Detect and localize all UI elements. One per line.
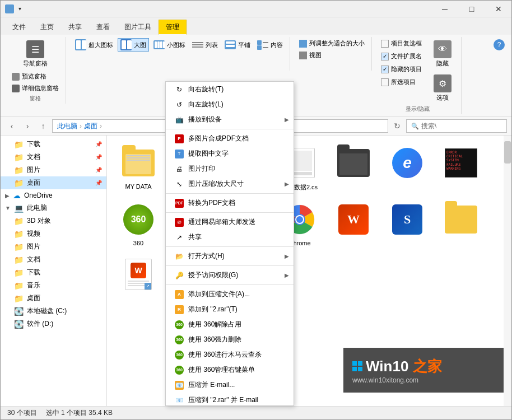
hidden-checkbox-btn[interactable]: ✓ 隐藏的项目 xyxy=(379,64,424,74)
sidebar-item-ddrive[interactable]: 💽 软件 (D:) xyxy=(1,318,106,330)
scroll-thumb[interactable] xyxy=(504,141,511,164)
menu-item-email-163[interactable]: @ 通过网易邮箱大师发送 xyxy=(166,214,294,230)
menu-item-360delete[interactable]: 360 使用 360强力删除 xyxy=(166,332,294,347)
path-sep1: › xyxy=(80,122,82,130)
item-checkbox-btn[interactable]: 项目复选框 xyxy=(379,38,424,49)
menu-item-zipermail[interactable]: 📧 压缩并 E-mail... xyxy=(166,377,294,393)
sidebar-item-desktop[interactable]: 📁 桌面 📌 xyxy=(1,176,106,189)
layout-btns: 超大图标 大图 小图标 xyxy=(73,38,285,52)
file-item-360[interactable]: 360 360 xyxy=(114,199,163,249)
preview-pane-btn[interactable]: 预览窗格 xyxy=(10,71,61,82)
forward-button[interactable]: › xyxy=(21,119,34,133)
tab-home[interactable]: 主页 xyxy=(33,20,61,35)
menu-item-rotate-right[interactable]: ↻ 向右旋转(T) xyxy=(166,82,294,97)
title-bar-icons: ▾ xyxy=(5,4,21,13)
file-item-ie[interactable]: e xyxy=(383,142,432,194)
access-icon: 🔑 xyxy=(175,271,184,280)
layout-list[interactable]: 列表 xyxy=(190,38,220,52)
openwith-submenu-arrow: ▶ xyxy=(285,253,289,259)
refresh-button[interactable]: ↻ xyxy=(390,119,404,133)
menu-item-360menu[interactable]: 360 使用 360管理右键菜单 xyxy=(166,362,294,377)
sidebar-item-download[interactable]: 📁 下载 📌 xyxy=(1,138,106,151)
options-btn[interactable]: ⚙ 选项 xyxy=(429,72,457,104)
file-item-terminal[interactable]: ERRORCRITICALSYSTEMFAILUREWARNING xyxy=(436,142,486,194)
menu-item-360unlock[interactable]: 360 使用 360解除占用 xyxy=(166,317,294,332)
menu-item-topdf[interactable]: PDF 转换为PDF文档 xyxy=(166,195,294,211)
menu-item-addzip[interactable]: A 添加到压缩文件(A)... xyxy=(166,287,294,302)
tab-share[interactable]: 共享 xyxy=(61,20,89,35)
close-button[interactable]: ✕ xyxy=(486,1,511,17)
file-item-wpsdoc[interactable]: W ↗ xyxy=(114,254,163,297)
sidebar-item-3d[interactable]: 📁 3D 对象 xyxy=(1,214,106,227)
sidebar-item-thispc[interactable]: ▼ 💻 此电脑 xyxy=(1,202,106,214)
sidebar-item-desktop2[interactable]: 📁 桌面 xyxy=(1,292,106,305)
menu-item-cast[interactable]: 📺 播放到设备 ▶ xyxy=(166,112,294,127)
col-fit-btn[interactable]: 列调整为适合的大小 xyxy=(297,38,367,49)
menu-item-ocr[interactable]: T 提取图中文字 xyxy=(166,146,294,161)
selected-checkbox-btn[interactable]: 所选项目 xyxy=(379,77,424,87)
tab-manage[interactable]: 管理 xyxy=(159,20,187,35)
menu-item-360scan[interactable]: 360 使用 360进行木马云查杀 xyxy=(166,347,294,362)
layout-small[interactable]: 小图标 xyxy=(151,38,188,52)
sidebar-item-pics[interactable]: 📁 图片 📌 xyxy=(1,164,106,176)
file-item-wpss[interactable]: S xyxy=(383,199,432,249)
sidebar-item-videos[interactable]: 📁 视频 xyxy=(1,227,106,240)
menu-item-rotate-left[interactable]: ↺ 向左旋转(L) xyxy=(166,97,294,112)
showhide-left: 项目复选框 ✓ 文件扩展名 ✓ 隐藏的项目 所选项目 xyxy=(379,38,457,104)
detail-pane-btn[interactable]: 详细信息窗格 xyxy=(10,83,61,94)
path-computer[interactable]: 此电脑 xyxy=(57,122,77,131)
sidebar-item-music[interactable]: 📁 音乐 xyxy=(1,279,106,292)
path-desktop[interactable]: 桌面 xyxy=(84,122,97,131)
maximize-button[interactable]: □ xyxy=(459,1,485,17)
layout-large[interactable]: 大图 xyxy=(118,38,149,52)
menu-item-openwith[interactable]: 📂 打开方式(H) ▶ xyxy=(166,249,294,264)
search-input[interactable] xyxy=(421,122,500,130)
help-btn[interactable]: ? xyxy=(494,39,505,50)
sidebar-item-pics2[interactable]: 📁 图片 xyxy=(1,240,106,253)
file-item-folder-b1[interactable] xyxy=(436,199,486,249)
file-item-mydata[interactable]: MY DATA xyxy=(114,142,163,194)
docs2-folder-icon: 📁 xyxy=(14,255,24,264)
layout-tile[interactable]: 平铺 xyxy=(222,38,253,52)
ribbon-group-currentview: 列调整为适合的大小 视图 xyxy=(292,37,372,71)
sidebar-item-docs2[interactable]: 📁 文档 xyxy=(1,253,106,266)
hide-btn[interactable]: 👁 隐藏 xyxy=(429,38,457,70)
layout-content[interactable]: 内容 xyxy=(255,38,285,52)
up-button[interactable]: ↑ xyxy=(36,119,50,133)
pin-icon3: 📌 xyxy=(95,167,102,173)
menu-item-addrar[interactable]: R 添加到 "2.rar"(T) xyxy=(166,302,294,317)
sidebar-item-cdrive[interactable]: 💽 本地磁盘 (C:) xyxy=(1,305,106,318)
ocr-icon: T xyxy=(175,150,184,158)
tab-view[interactable]: 查看 xyxy=(89,20,117,35)
ext-checkbox-btn[interactable]: ✓ 文件扩展名 xyxy=(379,51,424,62)
menu-item-print[interactable]: 🖨 图片打印 xyxy=(166,161,294,176)
nav-pane-btn[interactable]: ☰ 导航窗格 xyxy=(18,38,52,70)
icon360-shape: 360 xyxy=(123,204,153,235)
search-box[interactable]: 🔍 xyxy=(406,119,507,133)
file-item-wps[interactable]: W xyxy=(329,199,378,249)
back-button[interactable]: ‹ xyxy=(5,119,18,133)
3d-folder-icon: 📁 xyxy=(14,217,24,226)
menu-item-ziprarmail[interactable]: 📧 压缩到 "2.rar" 并 E-mail xyxy=(166,393,294,406)
group-btn[interactable]: 视图 xyxy=(297,50,367,60)
layout-superlarge[interactable]: 超大图标 xyxy=(73,38,115,52)
minimize-button[interactable]: ─ xyxy=(432,1,458,17)
ribbon-group-layout: 超大图标 大图 小图标 xyxy=(68,37,290,71)
360scan-icon: 360 xyxy=(175,351,184,360)
addrar-icon: R xyxy=(175,305,184,314)
tab-picture-tools[interactable]: 图片工具 xyxy=(117,20,159,35)
sidebar-item-onedrive[interactable]: ▶ ☁ OneDrive xyxy=(1,189,106,202)
menu-item-pdf-merge[interactable]: P 多图片合成PDF文档 xyxy=(166,131,294,146)
sidebar-item-docs[interactable]: 📁 文档 📌 xyxy=(1,151,106,164)
sidebar-item-downloads2[interactable]: 📁 下载 xyxy=(1,266,106,279)
menu-item-share[interactable]: ↗ 共享 xyxy=(166,230,294,245)
menu-item-access[interactable]: 🔑 授予访问权限(G) ▶ xyxy=(166,268,294,283)
file-item-darkfolder[interactable] xyxy=(329,142,378,194)
menu-item-resize[interactable]: ⤡ 图片压缩/放大尺寸 ▶ xyxy=(166,176,294,192)
quick-access-icons: ▾ xyxy=(18,6,21,12)
scrollbar[interactable] xyxy=(504,136,511,406)
tab-file[interactable]: 文件 xyxy=(5,20,33,35)
addzip-label: 添加到压缩文件(A)... xyxy=(188,290,250,299)
360menu-label: 使用 360管理右键菜单 xyxy=(188,365,255,375)
qaccess-icon[interactable]: ▾ xyxy=(18,6,21,12)
